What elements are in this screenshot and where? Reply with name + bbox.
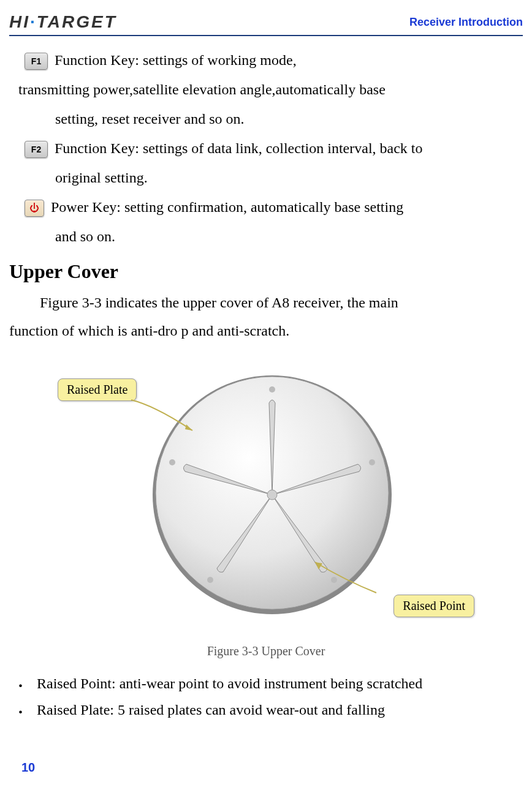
section-intro-line2: function of which is anti-dro p and anti…: [9, 317, 523, 345]
f1-description-line3: setting, reset receiver and so on.: [55, 104, 523, 133]
f2-description-line2: original setting.: [55, 163, 523, 192]
f1-description-line2: transmitting power,satellite elevation a…: [18, 75, 523, 104]
f1-text-1: Function Key: settings of working mode,: [51, 52, 297, 68]
page-header: HI·TARGET Receiver Introduction: [9, 12, 523, 36]
f1-description-line1: F1 Function Key: settings of working mod…: [25, 45, 523, 75]
svg-point-3: [269, 386, 275, 393]
f2-key-icon: F2: [25, 141, 48, 158]
bullet-list: Raised Point: anti-wear point to avoid i…: [9, 671, 523, 723]
f2-description-line1: F2 Function Key: settings of data link, …: [25, 133, 523, 163]
power-key-icon: ⏻: [25, 200, 44, 217]
page-number: 10: [21, 761, 523, 775]
power-text-1: Power Key: setting confirmation, automat…: [47, 199, 403, 215]
bullet-item-1: Raised Point: anti-wear point to avoid i…: [9, 671, 523, 697]
power-description-line2: and so on.: [55, 222, 523, 251]
header-title: Receiver Introduction: [409, 16, 523, 29]
figure-caption: Figure 3-3 Upper Cover: [9, 644, 523, 658]
section-heading: Upper Cover: [9, 260, 523, 283]
svg-point-6: [207, 577, 213, 583]
f2-text-1: Function Key: settings of data link, col…: [51, 140, 423, 156]
logo: HI·TARGET: [9, 12, 117, 32]
content-body: F1 Function Key: settings of working mod…: [9, 45, 523, 775]
svg-point-7: [169, 459, 175, 465]
callout-arrow-2: [309, 556, 389, 599]
section-intro-line1: Figure 3-3 indicates the upper cover of …: [9, 289, 523, 317]
power-description-line1: ⏻ Power Key: setting confirmation, autom…: [25, 192, 523, 222]
bullet-item-2: Raised Plate: 5 raised plates can avoid …: [9, 697, 523, 723]
f1-key-icon: F1: [25, 53, 48, 70]
svg-point-4: [369, 459, 375, 465]
svg-point-2: [267, 490, 277, 500]
svg-marker-8: [185, 424, 192, 430]
callout-raised-point: Raised Point: [393, 595, 474, 617]
figure-wrapper: Raised Plate Raised Point: [51, 360, 481, 636]
callout-arrow-1: [119, 394, 199, 437]
figure-container: Raised Plate Raised Point Figure 3-3 Upp…: [9, 360, 523, 658]
